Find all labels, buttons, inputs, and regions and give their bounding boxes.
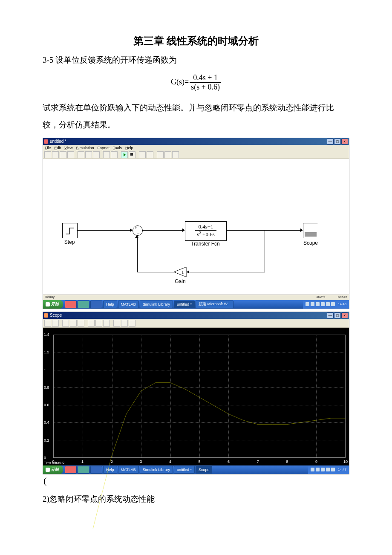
params-icon[interactable] bbox=[52, 320, 59, 327]
tray-icon[interactable] bbox=[326, 302, 330, 306]
sum-block[interactable] bbox=[133, 225, 143, 236]
restore-axes-icon[interactable] bbox=[103, 320, 110, 327]
window-title: untitled * bbox=[50, 139, 66, 144]
chapter-title: 第三章 线性系统的时域分析 bbox=[43, 34, 349, 48]
y-tick: 0 bbox=[44, 456, 46, 460]
taskbar[interactable]: 开始 Help MATLAB Simulink Library untitled… bbox=[43, 300, 349, 309]
formula-den: s(s + 0.6) bbox=[190, 83, 221, 92]
y-tick: 0.2 bbox=[44, 438, 49, 442]
open-icon[interactable] bbox=[52, 151, 59, 158]
stop-icon[interactable] bbox=[129, 151, 135, 158]
menu-file[interactable]: File bbox=[45, 146, 51, 150]
redo-icon[interactable] bbox=[111, 151, 118, 158]
tray-icon[interactable] bbox=[321, 302, 325, 306]
maximize-button[interactable]: □ bbox=[334, 139, 341, 145]
clock: 14:48 bbox=[338, 302, 346, 306]
close-button[interactable]: × bbox=[341, 312, 348, 318]
normal-mode-icon[interactable] bbox=[139, 151, 146, 158]
print-icon[interactable] bbox=[67, 151, 74, 158]
menu-format[interactable]: Format bbox=[97, 146, 110, 150]
zoom-x-icon[interactable] bbox=[70, 320, 77, 327]
y-tick: 0.4 bbox=[44, 420, 49, 425]
taskbar-item[interactable]: Simulink Library bbox=[140, 301, 173, 308]
tray-icon[interactable] bbox=[316, 302, 320, 306]
problem-header: 3-5 设单位反馈系统的开环传递函数为 bbox=[43, 53, 349, 67]
select-icon[interactable] bbox=[129, 320, 135, 327]
autoscale-icon[interactable] bbox=[88, 320, 95, 327]
new-icon[interactable] bbox=[44, 151, 51, 158]
tray-icon[interactable] bbox=[311, 302, 314, 306]
transfer-fcn-block[interactable]: 0.4s+1 s2 +0.6s bbox=[185, 221, 227, 241]
menu-edit[interactable]: Edit bbox=[55, 146, 61, 150]
close-button[interactable]: × bbox=[341, 139, 348, 145]
minimize-button[interactable]: — bbox=[327, 139, 334, 145]
zoom-y-icon[interactable] bbox=[78, 320, 84, 327]
formula-num: 0.4s + 1 bbox=[190, 73, 221, 83]
float-icon[interactable] bbox=[113, 320, 120, 327]
step-label: Step bbox=[60, 239, 79, 245]
svg-text:1: 1 bbox=[182, 269, 184, 275]
x-tick: 10 bbox=[343, 460, 348, 464]
formula: G(s)= 0.4s + 1 s(s + 0.6) bbox=[43, 73, 349, 92]
tf-den: s2 +0.6s bbox=[195, 231, 216, 238]
cut-icon[interactable] bbox=[78, 151, 84, 158]
gain-label: Gain bbox=[171, 278, 190, 284]
taskbar-item[interactable] bbox=[90, 301, 102, 308]
system-tray[interactable]: 14:48 bbox=[303, 300, 349, 309]
scope-label: Scope bbox=[301, 240, 320, 246]
tray-icon[interactable] bbox=[306, 302, 309, 306]
scope-title: Scope bbox=[50, 313, 62, 318]
x-tick: 2 bbox=[111, 460, 113, 464]
taskbar-item[interactable]: MATLAB bbox=[118, 301, 139, 308]
save-icon[interactable] bbox=[60, 151, 66, 158]
scope-plot[interactable]: 00.20.40.60.811.21.4 012345678910 Time o… bbox=[43, 328, 349, 465]
scope-block[interactable] bbox=[303, 223, 318, 238]
tray-icon[interactable] bbox=[331, 302, 335, 306]
window-titlebar[interactable]: untitled * — □ × bbox=[43, 138, 349, 145]
lock-icon[interactable] bbox=[121, 320, 128, 327]
maximize-button[interactable]: □ bbox=[334, 312, 341, 318]
copy-icon[interactable] bbox=[85, 151, 92, 158]
explorer-icon[interactable] bbox=[164, 151, 171, 158]
toolbar bbox=[43, 151, 349, 159]
formula-lhs: G(s)= bbox=[171, 78, 189, 86]
play-icon[interactable] bbox=[121, 151, 128, 158]
zoom-icon[interactable] bbox=[62, 320, 69, 327]
menu-help[interactable]: Help bbox=[125, 146, 133, 150]
menu-view[interactable]: View bbox=[64, 146, 72, 150]
simulink-icon bbox=[44, 139, 48, 144]
save-axes-icon[interactable] bbox=[95, 320, 102, 327]
x-tick: 3 bbox=[140, 460, 142, 464]
model-canvas[interactable]: Step 0.4s+1 s2 +0.6s Transfer Fcn bbox=[43, 159, 349, 295]
taskbar-item[interactable]: Help bbox=[103, 301, 117, 308]
gain-block[interactable]: 1 bbox=[174, 267, 187, 277]
target-icon[interactable] bbox=[147, 151, 153, 158]
x-tick: 9 bbox=[315, 460, 317, 464]
svg-marker-0 bbox=[174, 267, 187, 277]
undo-icon[interactable] bbox=[103, 151, 110, 158]
taskbar-item[interactable] bbox=[78, 301, 89, 308]
x-tick: 5 bbox=[198, 460, 200, 464]
menu-simulation[interactable]: Simulation bbox=[76, 146, 94, 150]
menu-bar[interactable]: File Edit View Simulation Format Tools H… bbox=[43, 145, 349, 151]
start-button[interactable]: 开始 bbox=[43, 300, 63, 309]
y-tick: 1.2 bbox=[44, 350, 49, 354]
scope-titlebar[interactable]: Scope — □ × bbox=[43, 312, 349, 319]
status-zoom: 302% bbox=[316, 295, 325, 300]
x-tick: 4 bbox=[169, 460, 171, 464]
y-tick: 1 bbox=[44, 368, 46, 372]
taskbar-item[interactable] bbox=[65, 301, 77, 308]
debug-icon[interactable] bbox=[172, 151, 179, 158]
status-bar: Ready 302% ode45 bbox=[43, 295, 349, 300]
y-tick: 0.6 bbox=[44, 403, 49, 407]
step-block[interactable] bbox=[62, 223, 78, 238]
minimize-button[interactable]: — bbox=[327, 312, 334, 318]
menu-tools[interactable]: Tools bbox=[113, 146, 122, 150]
lib-icon[interactable] bbox=[157, 151, 164, 158]
status-solver: ode45 bbox=[338, 295, 347, 300]
paste-icon[interactable] bbox=[93, 151, 100, 158]
taskbar-item[interactable]: untitled * bbox=[174, 301, 195, 308]
x-tick: 7 bbox=[257, 460, 259, 464]
taskbar-item[interactable]: 新建 Microsoft W... bbox=[196, 301, 233, 308]
print-icon[interactable] bbox=[44, 320, 51, 327]
